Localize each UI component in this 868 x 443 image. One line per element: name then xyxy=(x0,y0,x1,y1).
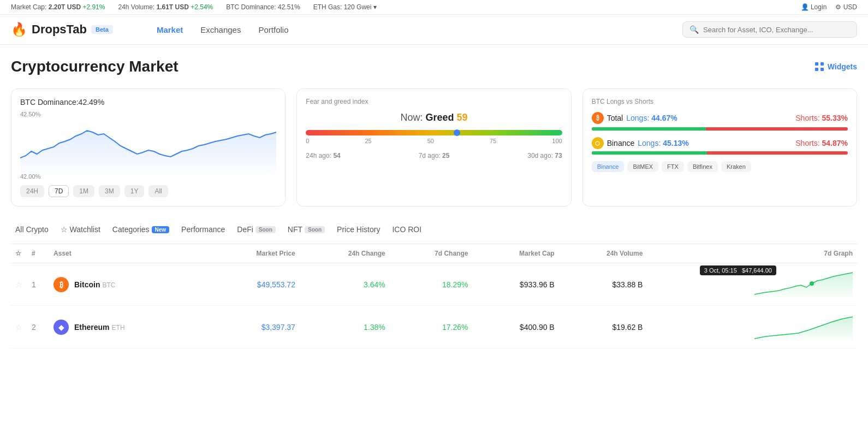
col-price[interactable]: Market Price xyxy=(206,244,300,263)
eth-name: Ethereum xyxy=(74,323,110,332)
col-star: ☆ xyxy=(11,244,27,263)
tab-performance[interactable]: Performance xyxy=(177,222,229,237)
btc-icon: ₿ xyxy=(53,277,69,292)
col-7d[interactable]: 7d Change xyxy=(390,244,473,263)
svg-rect-1 xyxy=(821,62,824,66)
tab-categories[interactable]: Categories New xyxy=(108,222,174,237)
eth-symbol: ETH xyxy=(112,324,125,332)
page-header: Cryptocurrency Market Widgets xyxy=(11,58,857,75)
btc-volume: $33.88 B xyxy=(559,263,647,306)
btc-chart-dot xyxy=(810,281,814,286)
search-bar[interactable]: 🔍 xyxy=(682,21,857,38)
main-content: Cryptocurrency Market Widgets BTC Domina… xyxy=(0,45,868,362)
search-icon: 🔍 xyxy=(689,25,699,34)
table-row: ☆ 1 ₿ BitcoinBTC $49,553.72 3.64% 18.29%… xyxy=(11,263,857,306)
history-30d: 30d ago: 73 xyxy=(527,152,562,160)
exchange-btn-bitfinex[interactable]: Bitfinex xyxy=(687,161,718,172)
time-btn-7d[interactable]: 7D xyxy=(49,185,69,197)
btc-time-buttons: 24H 7D 1M 3M 1Y All xyxy=(20,185,276,197)
fear-greed-content: Now: Greed 59 0 25 50 75 100 24h ago: 54… xyxy=(306,112,562,160)
col-marketcap[interactable]: Market Cap xyxy=(472,244,558,263)
crypto-table: ☆ # Asset Market Price 24h Change 7d Cha… xyxy=(11,244,857,349)
nft-soon-badge: Soon xyxy=(305,226,325,233)
btc-tooltip: 3 Oct, 05:15 $47,644.00 xyxy=(700,265,776,275)
time-btn-1m[interactable]: 1M xyxy=(73,185,94,197)
nav-exchanges[interactable]: Exchanges xyxy=(200,25,241,34)
exchange-btn-ftx[interactable]: FTX xyxy=(662,161,684,172)
widgets-icon xyxy=(815,62,824,72)
fear-greed-now: Now: Greed 59 xyxy=(306,112,562,123)
btc-symbol: BTC xyxy=(102,281,115,289)
eth-market-cap: $400.90 B xyxy=(472,306,558,349)
btc-longs-icon: ₿ xyxy=(592,112,604,124)
nav-portfolio[interactable]: Portfolio xyxy=(258,25,288,34)
fear-greed-sentiment: Greed xyxy=(425,112,454,123)
fear-greed-number: 59 xyxy=(457,112,468,123)
nav-market[interactable]: Market xyxy=(157,25,183,34)
fear-greed-title: Fear and greed index xyxy=(306,98,562,105)
tab-nft[interactable]: NFT Soon xyxy=(283,222,329,237)
time-btn-24h[interactable]: 24H xyxy=(20,185,44,197)
col-rank[interactable]: # xyxy=(27,244,49,263)
btc-dom-y-min: 42.00% xyxy=(20,173,276,180)
login-link[interactable]: 👤 Login xyxy=(801,3,827,11)
search-input[interactable] xyxy=(703,26,850,34)
btc-dom-y-max: 42.50% xyxy=(20,111,276,117)
total-longs-value: Longs: 44.67% xyxy=(626,114,677,122)
eth-star[interactable]: ☆ xyxy=(11,306,27,349)
binance-longs-portion xyxy=(592,151,708,155)
gauge-indicator xyxy=(454,129,460,136)
btc-name: Bitcoin xyxy=(74,280,100,289)
btc-price: $49,553.72 xyxy=(206,263,300,306)
time-btn-3m[interactable]: 3M xyxy=(99,185,120,197)
time-btn-1y[interactable]: 1Y xyxy=(124,185,145,197)
btc-dominance-card: BTC Dominance:42.49% 42.50% 42.00% xyxy=(11,88,286,206)
logo[interactable]: 🔥 DropsTab Beta xyxy=(11,22,113,37)
btc-change-24h: 3.64% xyxy=(300,263,390,306)
tab-all-crypto[interactable]: All Crypto xyxy=(11,222,53,237)
tab-price-history[interactable]: Price History xyxy=(332,222,384,237)
binance-longs-value: Longs: 45.13% xyxy=(638,139,688,147)
logo-icon: 🔥 xyxy=(11,22,27,37)
time-btn-all[interactable]: All xyxy=(148,185,168,197)
fear-greed-gauge xyxy=(306,130,562,135)
binance-icon: ⬡ xyxy=(592,137,604,149)
exchange-btn-binance[interactable]: Binance xyxy=(592,161,625,172)
header: 🔥 DropsTab Beta Market Exchanges Portfol… xyxy=(0,15,868,45)
btc-star[interactable]: ☆ xyxy=(11,263,27,306)
eth-asset[interactable]: ◆ EthereumETH xyxy=(49,306,206,349)
fear-greed-history: 24h ago: 54 7d ago: 25 30d ago: 73 xyxy=(306,152,562,160)
eth-price: $3,397.37 xyxy=(206,306,300,349)
tab-ico-roi[interactable]: ICO ROI xyxy=(388,222,426,237)
eth-volume: $19.62 B xyxy=(559,306,647,349)
ticker-bar: Market Cap: 2.20T USD +2.91% 24h Volume:… xyxy=(0,0,868,15)
cards-row: BTC Dominance:42.49% 42.50% 42.00% xyxy=(11,88,857,206)
widgets-button[interactable]: Widgets xyxy=(815,62,857,72)
eth-gas-ticker: ETH Gas: 120 Gwei ▾ xyxy=(313,3,377,11)
currency-selector[interactable]: ⚙ USD xyxy=(835,3,857,11)
btc-dom-chart xyxy=(20,119,276,173)
eth-icon: ◆ xyxy=(53,320,69,335)
col-24h[interactable]: 24h Change xyxy=(300,244,390,263)
page-title: Cryptocurrency Market xyxy=(11,58,179,75)
exchange-btn-bitmex[interactable]: BitMEX xyxy=(627,161,658,172)
history-24h: 24h ago: 54 xyxy=(306,152,340,160)
binance-label: Binance xyxy=(607,139,635,147)
col-asset[interactable]: Asset xyxy=(49,244,206,263)
binance-shorts-value: Shorts: 54.87% xyxy=(795,139,848,147)
eth-change-24h: 1.38% xyxy=(300,306,390,349)
exchange-btn-kraken[interactable]: Kraken xyxy=(721,161,751,172)
market-cap-label: Market Cap: 2.20T USD +2.91% xyxy=(11,3,105,11)
binance-bar xyxy=(592,151,848,155)
fear-greed-card: Fear and greed index Now: Greed 59 0 25 … xyxy=(296,88,571,206)
btc-asset[interactable]: ₿ BitcoinBTC xyxy=(49,263,206,306)
svg-rect-0 xyxy=(815,62,818,66)
eth-change-7d: 17.26% xyxy=(390,306,473,349)
widgets-label: Widgets xyxy=(828,62,857,71)
col-volume[interactable]: 24h Volume xyxy=(559,244,647,263)
svg-rect-2 xyxy=(815,68,818,71)
total-longs-row: ₿ Total Longs: 44.67% Shorts: 55.33% xyxy=(592,112,848,124)
eth-chart-cell xyxy=(647,306,857,349)
tab-watchlist[interactable]: ☆ Watchlist xyxy=(56,222,105,237)
tab-defi[interactable]: DeFi Soon xyxy=(233,222,280,237)
